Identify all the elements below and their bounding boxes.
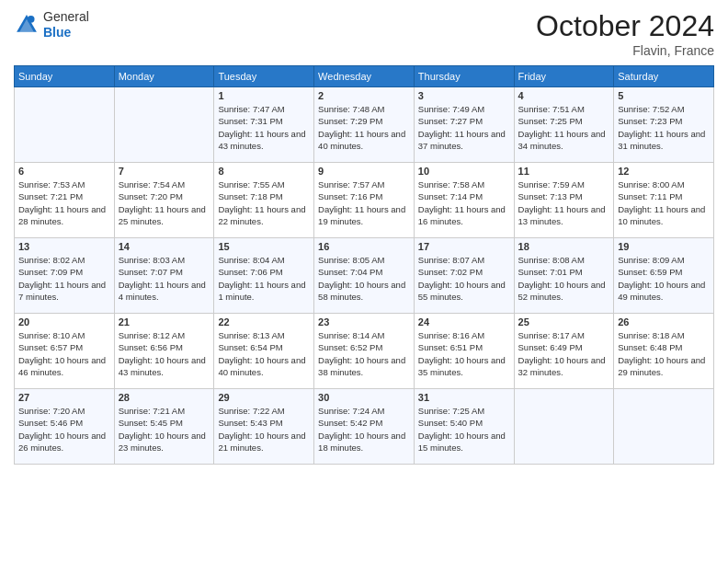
calendar-cell: 17Sunrise: 8:07 AMSunset: 7:02 PMDayligh… xyxy=(414,238,514,314)
calendar-header: SundayMondayTuesdayWednesdayThursdayFrid… xyxy=(15,66,714,87)
calendar: SundayMondayTuesdayWednesdayThursdayFrid… xyxy=(14,65,714,465)
calendar-cell: 9Sunrise: 7:57 AMSunset: 7:16 PMDaylight… xyxy=(314,163,415,238)
calendar-cell: 13Sunrise: 8:02 AMSunset: 7:09 PMDayligh… xyxy=(15,238,115,314)
day-number: 27 xyxy=(18,392,110,403)
month-title: October 2024 xyxy=(536,9,714,43)
calendar-week-row: 20Sunrise: 8:10 AMSunset: 6:57 PMDayligh… xyxy=(15,314,714,389)
day-info: Sunrise: 7:24 AMSunset: 5:42 PMDaylight:… xyxy=(318,405,410,454)
day-info: Sunrise: 8:03 AMSunset: 7:07 PMDaylight:… xyxy=(119,254,210,303)
weekday-header: Wednesday xyxy=(314,66,415,87)
weekday-header: Thursday xyxy=(414,66,514,87)
calendar-cell: 7Sunrise: 7:54 AMSunset: 7:20 PMDaylight… xyxy=(114,163,214,238)
day-info: Sunrise: 7:57 AMSunset: 7:16 PMDaylight:… xyxy=(318,178,410,227)
day-number: 4 xyxy=(518,90,610,101)
calendar-cell: 18Sunrise: 8:08 AMSunset: 7:01 PMDayligh… xyxy=(514,238,614,314)
svg-point-2 xyxy=(28,16,35,23)
day-number: 26 xyxy=(618,316,710,327)
day-number: 17 xyxy=(418,241,510,252)
calendar-cell: 24Sunrise: 8:16 AMSunset: 6:51 PMDayligh… xyxy=(414,314,514,389)
page-container: General Blue October 2024 Flavin, France… xyxy=(0,0,728,563)
day-info: Sunrise: 7:54 AMSunset: 7:20 PMDaylight:… xyxy=(119,178,210,227)
logo-blue: Blue xyxy=(43,25,89,40)
calendar-cell xyxy=(15,87,115,163)
day-info: Sunrise: 8:14 AMSunset: 6:52 PMDaylight:… xyxy=(318,329,410,378)
calendar-cell xyxy=(514,389,614,465)
calendar-cell: 14Sunrise: 8:03 AMSunset: 7:07 PMDayligh… xyxy=(114,238,214,314)
day-number: 25 xyxy=(518,316,610,327)
calendar-cell: 27Sunrise: 7:20 AMSunset: 5:46 PMDayligh… xyxy=(15,389,115,465)
calendar-week-row: 27Sunrise: 7:20 AMSunset: 5:46 PMDayligh… xyxy=(15,389,714,465)
calendar-cell: 4Sunrise: 7:51 AMSunset: 7:25 PMDaylight… xyxy=(514,87,614,163)
day-number: 20 xyxy=(18,316,110,327)
day-number: 22 xyxy=(218,316,310,327)
day-info: Sunrise: 8:18 AMSunset: 6:48 PMDaylight:… xyxy=(618,329,710,378)
day-number: 18 xyxy=(518,241,610,252)
day-info: Sunrise: 7:21 AMSunset: 5:45 PMDaylight:… xyxy=(119,405,210,454)
weekday-header: Friday xyxy=(514,66,614,87)
calendar-cell: 15Sunrise: 8:04 AMSunset: 7:06 PMDayligh… xyxy=(214,238,314,314)
calendar-cell: 26Sunrise: 8:18 AMSunset: 6:48 PMDayligh… xyxy=(614,314,714,389)
day-number: 9 xyxy=(318,166,410,177)
weekday-header: Saturday xyxy=(614,66,714,87)
day-info: Sunrise: 8:17 AMSunset: 6:49 PMDaylight:… xyxy=(518,329,610,378)
day-number: 12 xyxy=(618,166,710,177)
day-info: Sunrise: 8:00 AMSunset: 7:11 PMDaylight:… xyxy=(618,178,710,227)
day-info: Sunrise: 7:53 AMSunset: 7:21 PMDaylight:… xyxy=(18,178,110,227)
day-number: 30 xyxy=(318,392,410,403)
calendar-cell xyxy=(114,87,214,163)
day-number: 24 xyxy=(418,316,510,327)
day-number: 31 xyxy=(418,392,510,403)
calendar-cell: 2Sunrise: 7:48 AMSunset: 7:29 PMDaylight… xyxy=(314,87,415,163)
logo-icon xyxy=(14,12,40,38)
calendar-cell: 30Sunrise: 7:24 AMSunset: 5:42 PMDayligh… xyxy=(314,389,415,465)
day-info: Sunrise: 8:10 AMSunset: 6:57 PMDaylight:… xyxy=(18,329,110,378)
day-number: 19 xyxy=(618,241,710,252)
day-number: 8 xyxy=(218,166,310,177)
title-section: October 2024 Flavin, France xyxy=(536,9,714,58)
calendar-cell: 11Sunrise: 7:59 AMSunset: 7:13 PMDayligh… xyxy=(514,163,614,238)
day-number: 11 xyxy=(518,166,610,177)
day-info: Sunrise: 8:05 AMSunset: 7:04 PMDaylight:… xyxy=(318,254,410,303)
calendar-week-row: 6Sunrise: 7:53 AMSunset: 7:21 PMDaylight… xyxy=(15,163,714,238)
day-info: Sunrise: 8:08 AMSunset: 7:01 PMDaylight:… xyxy=(518,254,610,303)
calendar-cell: 12Sunrise: 8:00 AMSunset: 7:11 PMDayligh… xyxy=(614,163,714,238)
calendar-cell: 3Sunrise: 7:49 AMSunset: 7:27 PMDaylight… xyxy=(414,87,514,163)
day-info: Sunrise: 7:58 AMSunset: 7:14 PMDaylight:… xyxy=(418,178,510,227)
calendar-cell: 6Sunrise: 7:53 AMSunset: 7:21 PMDaylight… xyxy=(15,163,115,238)
calendar-body: 1Sunrise: 7:47 AMSunset: 7:31 PMDaylight… xyxy=(15,87,714,465)
day-info: Sunrise: 7:25 AMSunset: 5:40 PMDaylight:… xyxy=(418,405,510,454)
day-number: 23 xyxy=(318,316,410,327)
calendar-cell xyxy=(614,389,714,465)
calendar-week-row: 13Sunrise: 8:02 AMSunset: 7:09 PMDayligh… xyxy=(15,238,714,314)
header: General Blue October 2024 Flavin, France xyxy=(14,9,714,58)
calendar-cell: 16Sunrise: 8:05 AMSunset: 7:04 PMDayligh… xyxy=(314,238,415,314)
location: Flavin, France xyxy=(536,43,714,58)
day-info: Sunrise: 7:48 AMSunset: 7:29 PMDaylight:… xyxy=(318,103,410,152)
day-number: 15 xyxy=(218,241,310,252)
day-info: Sunrise: 7:55 AMSunset: 7:18 PMDaylight:… xyxy=(218,178,310,227)
weekday-header: Tuesday xyxy=(214,66,314,87)
day-number: 7 xyxy=(119,166,210,177)
day-info: Sunrise: 7:59 AMSunset: 7:13 PMDaylight:… xyxy=(518,178,610,227)
day-info: Sunrise: 8:16 AMSunset: 6:51 PMDaylight:… xyxy=(418,329,510,378)
calendar-cell: 5Sunrise: 7:52 AMSunset: 7:23 PMDaylight… xyxy=(614,87,714,163)
day-number: 3 xyxy=(418,90,510,101)
calendar-cell: 22Sunrise: 8:13 AMSunset: 6:54 PMDayligh… xyxy=(214,314,314,389)
calendar-cell: 10Sunrise: 7:58 AMSunset: 7:14 PMDayligh… xyxy=(414,163,514,238)
logo-general: General xyxy=(43,9,89,25)
day-number: 2 xyxy=(318,90,410,101)
weekday-header: Monday xyxy=(114,66,214,87)
calendar-cell: 21Sunrise: 8:12 AMSunset: 6:56 PMDayligh… xyxy=(114,314,214,389)
day-info: Sunrise: 8:02 AMSunset: 7:09 PMDaylight:… xyxy=(18,254,110,303)
calendar-cell: 28Sunrise: 7:21 AMSunset: 5:45 PMDayligh… xyxy=(114,389,214,465)
weekday-header: Sunday xyxy=(15,66,115,87)
day-number: 1 xyxy=(218,90,310,101)
day-info: Sunrise: 7:20 AMSunset: 5:46 PMDaylight:… xyxy=(18,405,110,454)
day-info: Sunrise: 8:13 AMSunset: 6:54 PMDaylight:… xyxy=(218,329,310,378)
weekday-row: SundayMondayTuesdayWednesdayThursdayFrid… xyxy=(15,66,714,87)
day-info: Sunrise: 7:49 AMSunset: 7:27 PMDaylight:… xyxy=(418,103,510,152)
calendar-cell: 1Sunrise: 7:47 AMSunset: 7:31 PMDaylight… xyxy=(214,87,314,163)
day-info: Sunrise: 7:47 AMSunset: 7:31 PMDaylight:… xyxy=(218,103,310,152)
day-info: Sunrise: 8:09 AMSunset: 6:59 PMDaylight:… xyxy=(618,254,710,303)
day-number: 10 xyxy=(418,166,510,177)
